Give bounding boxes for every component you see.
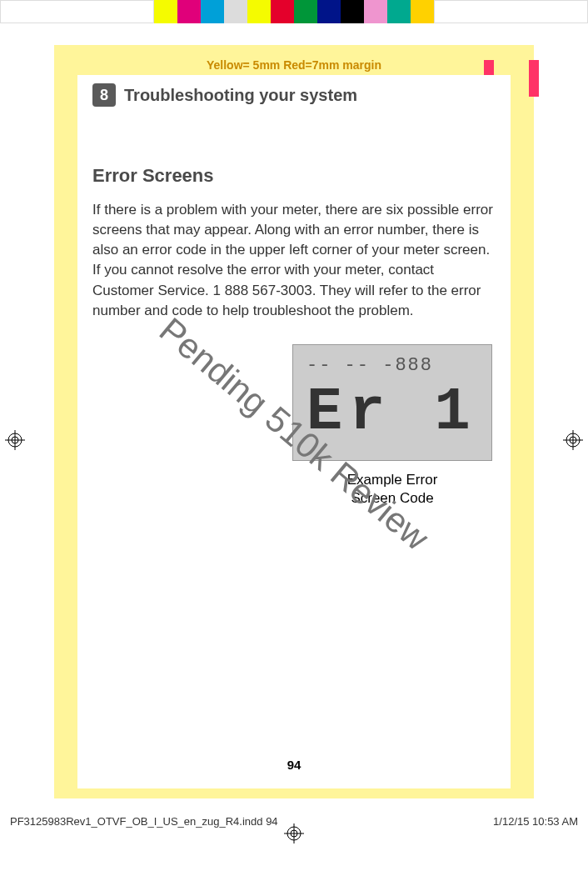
chapter-header: 8 Troubleshooting your system	[92, 83, 496, 107]
section-title: Error Screens	[92, 165, 496, 187]
page-document: Yellow= 5mm Red=7mm margin 8 Troubleshoo…	[42, 33, 546, 810]
red-margin-guide	[529, 60, 539, 97]
lcd-top-line: -- -- -888	[306, 355, 478, 376]
lcd-caption: Example Error Screen Code	[292, 471, 492, 508]
chapter-number-badge: 8	[92, 83, 116, 107]
body-paragraph: If there is a problem with your meter, t…	[92, 200, 496, 321]
lcd-main-readout: Er 1	[306, 383, 478, 443]
slug-datetime: 1/12/15 10:53 AM	[493, 815, 578, 828]
color-calibration-bar	[0, 0, 588, 23]
lcd-screen: -- -- -888 Er 1	[292, 344, 492, 461]
margin-note: Yellow= 5mm Red=7mm margin	[54, 55, 534, 75]
registration-mark-icon	[284, 823, 304, 843]
registration-mark-icon	[563, 430, 583, 450]
page-number: 94	[92, 758, 496, 772]
lcd-example-block: -- -- -888 Er 1 Example Error Screen Cod…	[292, 344, 492, 508]
registration-mark-icon	[5, 430, 25, 450]
chapter-title: Troubleshooting your system	[124, 86, 357, 105]
slug-filename: PF3125983Rev1_OTVF_OB_I_US_en_zug_R4.ind…	[10, 815, 278, 828]
